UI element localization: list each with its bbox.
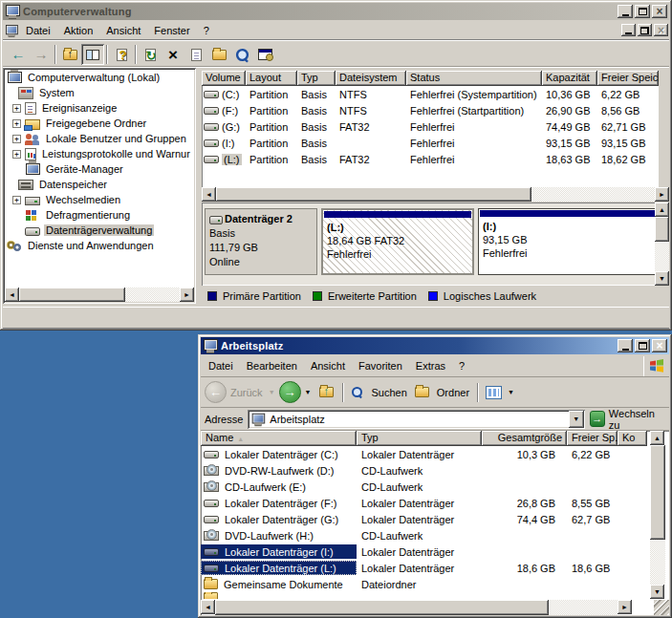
list-item-drive-e[interactable]: CD-Laufwerk (E:) CD-Laufwerk [201,479,647,495]
header-volume[interactable]: Volume [202,71,246,86]
header-name[interactable]: Name▲ [201,431,357,446]
close-button[interactable]: × [652,339,667,352]
list-item-drive-d[interactable]: DVD-RW-Laufwerk (D:) CD-Laufwerk [201,462,647,479]
partition-i[interactable]: (I:) 93,15 GB Fehlerfrei [478,208,658,275]
scrollbar-track[interactable] [650,445,665,585]
tree-item-system[interactable]: System [5,85,194,100]
scroll-right-button[interactable]: ► [618,600,632,614]
minimize-button[interactable] [618,339,633,352]
menu-bearbeiten[interactable]: Bearbeiten [240,358,304,373]
expand-icon[interactable]: + [12,150,21,159]
header-freier-speicher[interactable]: Freier Speicher [597,71,659,86]
properties-button[interactable] [184,44,207,65]
menu-datei[interactable]: Datei [202,358,240,373]
scroll-down-button[interactable]: ▼ [655,271,669,286]
forward-button[interactable]: → [279,381,301,403]
mdi-child-icon[interactable] [5,25,18,36]
scrollbar-thumb[interactable] [215,600,549,615]
expand-icon[interactable]: + [12,135,21,143]
up-level-button[interactable]: ↑ [315,382,338,403]
scroll-left-button[interactable]: ◄ [202,187,216,202]
list-item-drive-c[interactable]: Lokaler Datenträger (C:) Lokaler Datentr… [201,446,647,462]
expand-icon[interactable]: + [12,119,21,128]
menu-fenster[interactable]: Fenster [147,23,196,38]
header-typ[interactable]: Typ [357,431,482,446]
mdi-close-button[interactable]: × [654,24,668,36]
tree-item-computerverwaltung[interactable]: Computerverwaltung (Lokal) [5,70,194,85]
mdi-restore-button[interactable] [638,24,652,36]
views-button[interactable] [483,382,504,403]
volume-row-i[interactable]: (I:) PartitionBasis Fehlerfrei 93,15 GB9… [202,135,659,151]
scrollbar-thumb[interactable] [216,187,531,202]
scroll-left-button[interactable]: ◄ [201,600,215,614]
header-status[interactable]: Status [406,71,542,86]
disk-view-vertical-scrollbar[interactable]: ▲ ▼ [655,202,669,286]
header-kommentar[interactable]: Ko [618,431,647,446]
resize-grip[interactable] [654,600,669,615]
list-item-drive-l[interactable]: Lokaler Datenträger (L:) Lokaler Datentr… [201,560,647,576]
file-list-horizontal-scrollbar[interactable]: ◄ ► [201,600,632,615]
list-item-gemeinsame-dokumente[interactable]: Gemeinsame Dokumente Dateiordner [201,576,647,592]
scroll-left-button[interactable]: ◄ [5,288,19,302]
scrollbar-track[interactable] [19,288,180,302]
search-button[interactable] [348,382,367,403]
header-dateisystem[interactable]: Dateisystem [336,71,406,86]
menu-hilfe[interactable]: ? [452,358,471,373]
find-button[interactable] [230,44,253,65]
list-item-drive-f[interactable]: Lokaler Datenträger (F:) Lokaler Datentr… [201,495,647,511]
expand-icon[interactable]: + [12,196,21,204]
address-input[interactable]: Arbeitsplatz ▼ [248,410,584,429]
tree-item-lokale-benutzer[interactable]: + Lokale Benutzer und Gruppen [5,131,194,146]
header-typ[interactable]: Typ [297,71,336,86]
maximize-button[interactable] [635,339,650,352]
list-item-drive-h[interactable]: DVD-Laufwerk (H:) CD-Laufwerk [201,527,647,543]
show-console-tree-button[interactable] [81,44,104,65]
file-list-vertical-scrollbar[interactable]: ▲ ▼ [650,431,665,599]
scrollbar-track[interactable] [216,187,655,202]
tree-item-wechselmedien[interactable]: + Wechselmedien [5,192,194,207]
tree-item-dienste[interactable]: Dienste und Anwendungen [5,238,194,253]
forward-button[interactable]: → [30,44,53,65]
menu-favoriten[interactable]: Favoriten [352,358,409,373]
delete-button[interactable]: × [162,44,184,65]
close-button[interactable]: × [652,5,667,18]
header-layout[interactable]: Layout [246,71,297,86]
volume-row-l[interactable]: (L:) PartitionBasis FAT32Fehlerfrei 18,6… [202,151,659,167]
menu-ansicht[interactable]: Ansicht [99,23,147,38]
menu-extras[interactable]: Extras [409,358,452,373]
help-button[interactable]: ? [110,44,133,65]
tree-item-datenspeicher[interactable]: Datenspeicher [5,177,194,192]
tree-item-ereignisanzeige[interactable]: + Ereignisanzeige [5,100,194,116]
back-button[interactable]: ← [205,381,227,403]
back-button[interactable]: ← [7,44,30,65]
expand-icon[interactable]: + [12,104,21,113]
scrollbar-track[interactable] [655,217,669,271]
partition-l[interactable]: (L:) 18,64 GB FAT32 Fehlerfrei [321,208,474,275]
scrollbar-thumb[interactable] [650,445,665,540]
minimize-button[interactable] [618,5,633,18]
list-item-drive-g[interactable]: Lokaler Datenträger (G:) Lokaler Datentr… [201,511,647,527]
scroll-right-button[interactable]: ► [655,187,669,202]
address-dropdown-button[interactable]: ▼ [569,411,584,428]
mdi-minimize-button[interactable] [621,24,636,36]
go-button[interactable]: → Wechseln zu [590,408,665,431]
list-item-partial[interactable] [201,592,647,599]
tree-item-freigegebene-ordner[interactable]: + Freigegebene Ordner [5,116,194,131]
folders-button[interactable] [413,382,432,403]
header-freier-speicher[interactable]: Freier Sp... [567,431,618,446]
menu-ansicht[interactable]: Ansicht [304,358,352,373]
tree-horizontal-scrollbar[interactable]: ◄ ► [5,288,194,302]
header-kapazitaet[interactable]: Kapazität [542,71,597,86]
tree-item-defragmentierung[interactable]: Defragmentierung [5,207,194,223]
volume-row-f[interactable]: (F:) PartitionBasis NTFSFehlerfrei (Star… [202,102,659,118]
scroll-down-button[interactable]: ▼ [650,585,664,599]
header-gesamtgroesse[interactable]: Gesamtgröße [482,431,567,446]
disk-info-box[interactable]: Datenträger 2 Basis 111,79 GB Online [205,208,317,275]
up-level-button[interactable]: ↑ [58,44,81,65]
views-dropdown-icon[interactable]: ▼ [508,389,514,395]
menu-datei[interactable]: Datei [19,23,57,38]
refresh-button[interactable]: ↻ [139,44,162,65]
menu-aktion[interactable]: Aktion [57,23,100,38]
manage-window-button[interactable] [253,44,276,65]
list-item-drive-i[interactable]: Lokaler Datenträger (I:) Lokaler Datentr… [201,543,647,560]
